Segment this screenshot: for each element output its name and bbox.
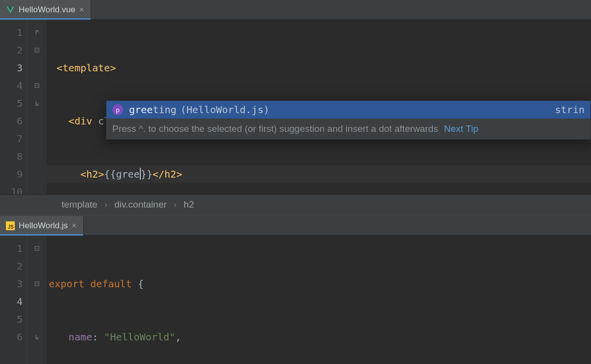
- completion-type: strin: [545, 104, 585, 116]
- line-number: 9: [0, 165, 23, 183]
- line-number: 5: [0, 310, 23, 328]
- completion-item[interactable]: p greeting (HelloWorld.js) strin: [106, 101, 591, 119]
- next-tip-link[interactable]: Next Tip: [444, 123, 479, 134]
- fold-icon[interactable]: [27, 77, 47, 94]
- completion-tip: Press ^. to choose the selected (or firs…: [106, 119, 591, 139]
- tab-label: HelloWorld.js: [19, 221, 68, 231]
- line-number: 4: [0, 77, 23, 94]
- breadcrumb-item[interactable]: template: [62, 199, 98, 210]
- breadcrumb-bar: template › div.container › h2: [0, 194, 591, 214]
- completion-tip-text: Press ^. to choose the selected (or firs…: [112, 123, 438, 134]
- line-number: 6: [0, 112, 23, 130]
- completion-rest: ting: [153, 104, 176, 116]
- line-number: 3: [0, 59, 23, 77]
- line-number: 2: [0, 41, 23, 59]
- line-number: 4: [0, 293, 23, 310]
- code-area-top[interactable]: 1 2 3 4 5 6 7 8 9 10 <template> <di: [0, 20, 591, 194]
- fold-icon[interactable]: [27, 240, 47, 257]
- code-line[interactable]: export default {: [47, 275, 591, 293]
- line-number: 6: [0, 328, 23, 346]
- fold-column-top: [27, 20, 47, 194]
- completion-source: (HelloWorld.js): [180, 104, 269, 116]
- fold-icon[interactable]: [27, 24, 47, 41]
- fold-icon[interactable]: [27, 275, 47, 293]
- completion-prefix: gree: [129, 104, 153, 116]
- fold-column-bottom: [27, 236, 47, 364]
- fold-icon[interactable]: [27, 328, 47, 346]
- line-number: 1: [0, 240, 23, 257]
- line-number: 1: [0, 24, 23, 41]
- completion-popup: p greeting (HelloWorld.js) strin Press ^…: [106, 100, 591, 140]
- vue-file-icon: [6, 5, 15, 14]
- code-line[interactable]: name: "HelloWorld",: [47, 328, 591, 346]
- line-number: 3: [0, 275, 23, 293]
- line-number: 10: [0, 183, 23, 194]
- close-icon[interactable]: ×: [72, 221, 76, 230]
- code-area-bottom[interactable]: 1 2 3 4 5 6 export default { name: "Hell…: [0, 236, 591, 364]
- code-line-current[interactable]: <h2>{{gree}}</h2>: [47, 165, 591, 183]
- tab-bar-top: HelloWorld.vue ×: [0, 0, 591, 20]
- gutter-top: 1 2 3 4 5 6 7 8 9 10: [0, 20, 27, 194]
- line-number: 7: [0, 130, 23, 148]
- ide-root: HelloWorld.vue × 1 2 3 4 5 6 7 8 9 10: [0, 0, 591, 364]
- line-number: 2: [0, 257, 23, 275]
- gutter-bottom: 1 2 3 4 5 6: [0, 236, 27, 364]
- close-icon[interactable]: ×: [79, 5, 84, 14]
- line-number: 8: [0, 148, 23, 165]
- tab-label: HelloWorld.vue: [19, 5, 75, 15]
- tab-bar-bottom: JS HelloWorld.js ×: [0, 216, 591, 236]
- tab-helloworld-vue[interactable]: HelloWorld.vue ×: [0, 0, 91, 19]
- tab-helloworld-js[interactable]: JS HelloWorld.js ×: [0, 216, 84, 235]
- editor-pane-top: HelloWorld.vue × 1 2 3 4 5 6 7 8 9 10: [0, 0, 591, 214]
- line-number: 5: [0, 94, 23, 112]
- chevron-right-icon: ›: [174, 199, 177, 210]
- fold-icon[interactable]: [27, 41, 47, 59]
- breadcrumb-item[interactable]: div.container: [114, 199, 166, 210]
- fold-icon[interactable]: [27, 94, 47, 112]
- code-line[interactable]: <template>: [47, 59, 591, 77]
- property-badge-icon: p: [112, 104, 123, 115]
- chevron-right-icon: ›: [104, 199, 107, 210]
- breadcrumb-item[interactable]: h2: [184, 199, 194, 210]
- js-file-icon: JS: [6, 221, 15, 230]
- code-body-bottom[interactable]: export default { name: "HelloWorld", pro…: [47, 236, 591, 364]
- editor-pane-bottom: JS HelloWorld.js × 1 2 3 4 5 6: [0, 216, 591, 364]
